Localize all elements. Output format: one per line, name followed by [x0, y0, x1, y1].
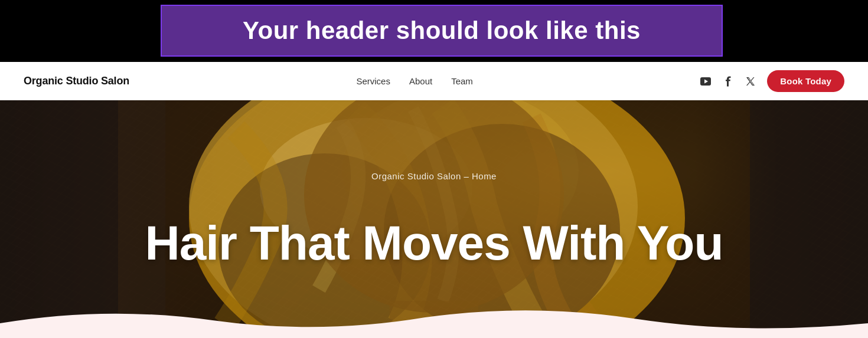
hero-section: Organic Studio Salon – Home Hair That Mo…: [0, 100, 868, 338]
nav-link-services[interactable]: Services: [356, 76, 390, 86]
twitter-x-icon[interactable]: [745, 76, 756, 87]
facebook-icon[interactable]: [722, 76, 734, 87]
nav-link-about[interactable]: About: [409, 76, 432, 86]
site-nav: Services About Team: [356, 76, 472, 86]
youtube-icon[interactable]: [700, 76, 712, 87]
annotation-text: Your header should look like this: [243, 17, 641, 45]
hero-wave: [0, 303, 868, 338]
site-logo: Organic Studio Salon: [24, 75, 129, 87]
annotation-banner: Your header should look like this: [161, 5, 723, 57]
site-header: Organic Studio Salon Services About Team…: [0, 62, 868, 100]
hero-title: Hair That Moves With You: [0, 219, 868, 267]
nav-link-team[interactable]: Team: [451, 76, 473, 86]
hero-subtitle: Organic Studio Salon – Home: [371, 171, 497, 181]
book-today-button[interactable]: Book Today: [767, 70, 844, 92]
header-right: Book Today: [700, 70, 844, 92]
